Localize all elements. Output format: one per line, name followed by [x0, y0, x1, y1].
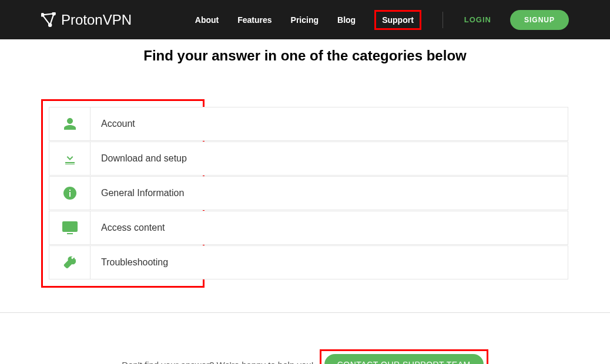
monitor-icon	[49, 211, 91, 244]
nav-pricing[interactable]: Pricing	[291, 15, 319, 25]
main-content: Find your answer in one of the categorie…	[0, 39, 610, 288]
user-icon	[49, 107, 91, 140]
svg-point-1	[53, 12, 55, 15]
brand-logo[interactable]: ProtonVPN	[41, 12, 132, 28]
category-label: Account	[91, 107, 135, 140]
svg-point-2	[49, 23, 51, 26]
categories-highlight-box: Account Download and setup General Infor…	[41, 99, 205, 288]
info-icon	[49, 177, 91, 210]
nav-features[interactable]: Features	[237, 15, 272, 25]
nav-blog[interactable]: Blog	[337, 15, 356, 25]
category-download[interactable]: Download and setup	[49, 141, 568, 176]
svg-rect-4	[63, 222, 77, 231]
wrench-icon	[49, 246, 91, 279]
page-heading: Find your answer in one of the categorie…	[41, 48, 569, 64]
category-access-content[interactable]: Access content	[49, 211, 568, 245]
nav-support[interactable]: Support	[374, 10, 421, 30]
proton-logo-icon	[41, 12, 56, 28]
nav: About Features Pricing Blog Support LOGI…	[195, 10, 569, 30]
svg-point-0	[41, 14, 43, 16]
download-icon	[49, 142, 91, 175]
signup-button[interactable]: SIGNUP	[510, 10, 569, 30]
nav-about[interactable]: About	[195, 15, 219, 25]
category-label: General Information	[91, 177, 184, 210]
category-account[interactable]: Account	[49, 107, 568, 141]
footer-prompt: Don't find your answer? We're happy to h…	[122, 360, 313, 365]
category-label: Download and setup	[91, 142, 187, 175]
category-troubleshooting[interactable]: Troubleshooting	[49, 245, 568, 279]
category-label: Access content	[91, 211, 165, 244]
footer: Don't find your answer? We're happy to h…	[0, 349, 610, 364]
nav-separator	[443, 12, 443, 28]
category-label: Troubleshooting	[91, 246, 168, 279]
category-general-info[interactable]: General Information	[49, 176, 568, 210]
brand-name: ProtonVPN	[61, 12, 132, 28]
contact-button-highlight: CONTACT OUR SUPPORT TEAM	[320, 349, 488, 364]
divider	[0, 312, 610, 313]
login-link[interactable]: LOGIN	[464, 15, 491, 24]
header: ProtonVPN About Features Pricing Blog Su…	[0, 0, 610, 39]
contact-support-button[interactable]: CONTACT OUR SUPPORT TEAM	[324, 354, 484, 364]
categories-list: Account Download and setup General Infor…	[49, 107, 197, 279]
